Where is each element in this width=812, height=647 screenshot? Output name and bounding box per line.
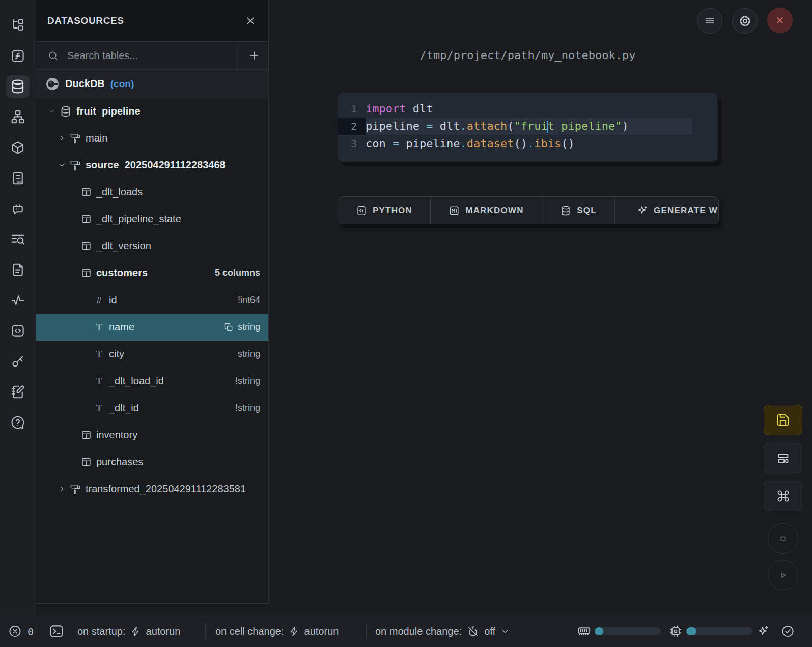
add-markdown-cell-button[interactable]: MARKDOWN (430, 197, 542, 224)
panel-title: DATASOURCES (47, 15, 244, 26)
activity-bar (0, 0, 36, 615)
code-token: ibis (534, 137, 561, 150)
tree-item-label: _dlt_id (109, 402, 139, 414)
ram-usage-fill (595, 627, 603, 635)
tree-row-_dlt_pipeline_state[interactable]: _dlt_pipeline_state (36, 206, 268, 233)
tree-row-customers[interactable]: customers5 columns (36, 260, 268, 287)
tree-row-name[interactable]: Tnamestring (36, 314, 268, 341)
save-button[interactable] (764, 405, 802, 435)
run-button[interactable] (768, 560, 798, 590)
errors-indicator[interactable]: 0 (8, 625, 34, 638)
line-number: 1 (338, 100, 366, 118)
on-startup-setting[interactable]: on startup: autorun (77, 626, 180, 637)
kernel-connected-indicator[interactable] (781, 625, 795, 638)
tree-item-label: _dlt_version (96, 240, 151, 252)
close-panel-button[interactable] (244, 14, 257, 27)
code-token: import (366, 102, 406, 115)
shutdown-button[interactable] (767, 8, 793, 33)
chevron-right-icon (58, 134, 66, 143)
tree-item-label: purchases (96, 456, 143, 468)
settings-button[interactable] (732, 8, 758, 34)
terminal-button[interactable] (49, 624, 64, 639)
circle-check-icon (781, 625, 795, 638)
tree-row-main[interactable]: main (36, 125, 268, 152)
layout-button[interactable] (764, 443, 802, 473)
text-type-icon: T (94, 349, 104, 360)
code-line-1[interactable]: 1import dlt (338, 100, 692, 118)
activity-dependency-graph-button[interactable] (6, 106, 30, 128)
tree-item-label: city (109, 348, 124, 360)
code-line-2[interactable]: 2pipeline = dlt.attach("fruit_pipeline") (338, 118, 692, 135)
tree-item-label: main (86, 132, 107, 144)
activity-file-text-button[interactable] (6, 259, 30, 281)
activity-package-button[interactable] (6, 136, 30, 159)
tree-item-label: transformed_202504291112283581 (86, 483, 246, 495)
activity-database-button[interactable] (6, 75, 30, 98)
tree-item-meta: 5 columns (215, 268, 268, 278)
tree-item-label: _dlt_load_id (109, 375, 164, 387)
tree-row-_dlt_load_id[interactable]: T_dlt_load_id!string (36, 368, 268, 395)
tree-row-_dlt_loads[interactable]: _dlt_loads (36, 179, 268, 206)
tree-row-purchases[interactable]: purchases (36, 448, 268, 475)
zap-icon (130, 626, 142, 637)
ram-usage-meter (595, 627, 661, 635)
tree-row-city[interactable]: Tcitystring (36, 341, 268, 368)
sparkles-icon (636, 205, 648, 216)
keyboard-shortcuts-button[interactable] (764, 481, 802, 511)
add-sql-cell-button[interactable]: SQL (542, 197, 614, 224)
copy-icon[interactable] (223, 322, 234, 332)
duckdb-logo (45, 77, 60, 91)
search-row (36, 42, 268, 70)
tree-row-_dlt_id[interactable]: T_dlt_id!string (36, 395, 268, 421)
add-datasource-button[interactable] (239, 42, 268, 69)
menu-button[interactable] (697, 8, 722, 34)
code-line-3[interactable]: 3con = pipeline.dataset().ibis() (338, 135, 692, 152)
tree-item-type: 5 columns (215, 268, 260, 278)
activity-activity-pulse-button[interactable] (6, 289, 30, 312)
code-token: attach (467, 120, 507, 132)
activity-code-square-button[interactable] (6, 320, 30, 342)
search-box[interactable] (36, 42, 239, 69)
on-cell-change-setting[interactable]: on cell change: autorun (215, 626, 339, 637)
text-search-icon (10, 232, 25, 247)
activity-text-search-button[interactable] (6, 228, 30, 250)
table-icon (81, 187, 92, 198)
table-icon (81, 214, 92, 224)
tree-row-source_202504291112283468[interactable]: source_202504291112283468 (36, 152, 268, 179)
activity-function-square-button[interactable] (6, 45, 30, 67)
add-python-cell-button[interactable]: PYTHON (338, 197, 430, 224)
tree-row-transformed_202504291112283581[interactable]: transformed_202504291112283581 (36, 475, 268, 502)
tree-item-label: customers (96, 267, 148, 279)
table-icon (81, 430, 92, 440)
tree-row-inventory[interactable]: inventory (36, 421, 268, 448)
activity-file-tree-button[interactable] (6, 14, 30, 37)
activity-help-circle-button[interactable] (6, 411, 30, 434)
search-tables-input[interactable] (66, 49, 239, 62)
on-module-change-setting[interactable]: on module change: off (375, 625, 510, 637)
stop-kernel-button[interactable] (768, 523, 798, 554)
code-cell[interactable]: 1import dlt2pipeline = dlt.attach("fruit… (338, 93, 718, 162)
code-square-icon (10, 323, 25, 339)
tree-item-type: !string (235, 403, 260, 413)
code-token: ) (622, 120, 628, 132)
tree-row-_dlt_version[interactable]: _dlt_version (36, 233, 268, 260)
activity-scroll-text-button[interactable] (6, 167, 30, 189)
close-icon (244, 15, 257, 27)
scroll-text-icon (10, 171, 25, 186)
button-label: PYTHON (373, 206, 412, 216)
activity-notebook-pen-button[interactable] (6, 381, 30, 403)
activity-key-button[interactable] (6, 350, 30, 373)
notebook-filename[interactable]: /tmp/project/path/my_notebook.py (338, 49, 718, 62)
schema-icon (70, 484, 81, 495)
tree-row-id[interactable]: #id!int64 (36, 287, 268, 314)
generate-with-ai-button[interactable]: GENERATE WIT (614, 197, 719, 224)
tree-row-fruit_pipeline[interactable]: fruit_pipeline (36, 98, 268, 125)
code-token: = (393, 137, 406, 150)
file-tree-icon (10, 18, 25, 33)
text-type-icon: T (94, 376, 104, 387)
connection-row[interactable]: DuckDB (con) (36, 70, 268, 98)
activity-chat-bot-button[interactable] (6, 198, 30, 220)
code-token: ( (507, 120, 514, 132)
cpu-icon (669, 625, 682, 638)
ai-assistant-button[interactable] (757, 625, 769, 638)
